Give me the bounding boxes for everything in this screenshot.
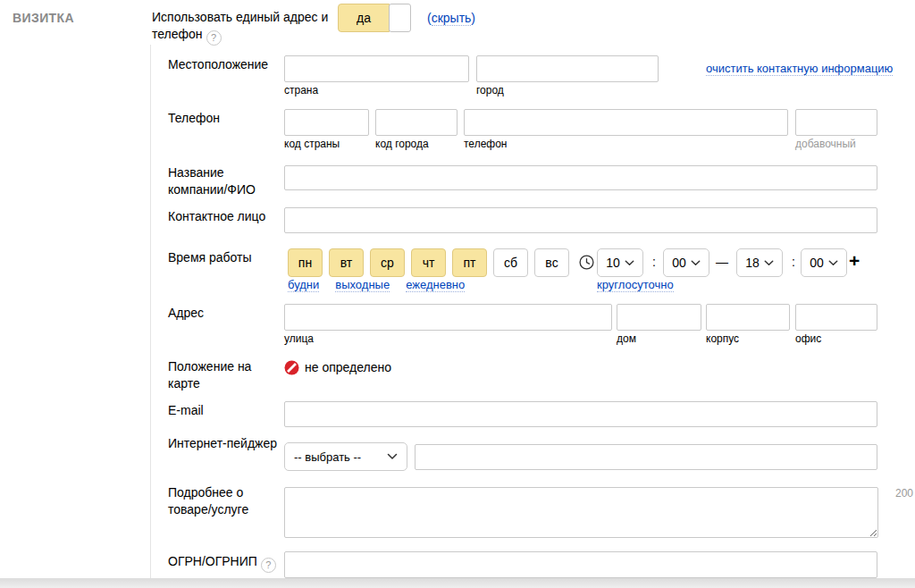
- quick-day-links: будни выходные ежедневно: [288, 278, 465, 292]
- unified-toggle[interactable]: да: [338, 4, 411, 32]
- day-button-sun[interactable]: вс: [534, 248, 569, 277]
- office-input[interactable]: [795, 304, 877, 331]
- section-title: ВИЗИТКА: [13, 11, 74, 25]
- country-code-input[interactable]: [284, 109, 369, 136]
- messenger-select[interactable]: -- выбрать --: [284, 442, 407, 471]
- help-icon[interactable]: ?: [206, 30, 222, 46]
- hide-link[interactable]: скрыть: [432, 11, 472, 26]
- unified-address-label-text: Использовать единый адрес и телефон: [152, 10, 328, 41]
- chevron-down-icon: [828, 260, 838, 266]
- to-minute-select[interactable]: 00: [801, 248, 847, 277]
- building-sublabel: корпус: [706, 332, 739, 345]
- chevron-down-icon: [764, 260, 774, 266]
- house-sublabel: дом: [617, 332, 636, 345]
- country-input[interactable]: [284, 55, 469, 82]
- messenger-select-value: -- выбрать --: [294, 450, 361, 464]
- city-input[interactable]: [476, 55, 659, 82]
- toggle-value: да: [338, 4, 390, 32]
- day-button-sat[interactable]: сб: [493, 248, 528, 277]
- chevron-down-icon: [691, 260, 701, 266]
- building-input[interactable]: [706, 304, 790, 331]
- time-colon: :: [652, 255, 656, 269]
- phone-label: Телефон: [168, 110, 281, 127]
- messenger-label: Интернет-пейджер: [168, 435, 281, 452]
- contact-person-input[interactable]: [284, 207, 877, 233]
- messenger-input[interactable]: [415, 444, 877, 470]
- window-bottom-edge: [0, 578, 915, 588]
- company-name-input[interactable]: [284, 165, 877, 190]
- weekdays-link[interactable]: будни: [288, 278, 319, 292]
- location-label: Местоположение: [168, 56, 281, 73]
- country-code-sublabel: код страны: [284, 138, 340, 150]
- help-icon[interactable]: ?: [261, 558, 276, 573]
- street-sublabel: улица: [284, 332, 314, 345]
- map-position-status: не определено: [305, 360, 391, 374]
- phone-number-input[interactable]: [464, 109, 788, 136]
- street-input[interactable]: [284, 304, 612, 331]
- company-name-label: Название компании/ФИО: [168, 164, 281, 198]
- details-textarea[interactable]: [284, 487, 878, 538]
- map-position-label: Положение на карте: [168, 358, 281, 392]
- day-button-tue[interactable]: вт: [329, 248, 364, 277]
- clear-contact-info-link[interactable]: очистить контактную информацию: [706, 62, 893, 76]
- toggle-knob[interactable]: [389, 4, 411, 32]
- extension-sublabel: добавочный: [795, 138, 856, 150]
- clock-icon: [579, 255, 594, 273]
- details-label: Подробнее о товаре/услуге: [168, 484, 281, 518]
- ogrn-input[interactable]: [284, 551, 877, 578]
- email-label: E-mail: [168, 402, 281, 419]
- char-counter: 200: [895, 487, 913, 500]
- from-minute-value: 00: [672, 256, 686, 270]
- add-worktime-button[interactable]: +: [849, 251, 860, 270]
- time-colon: :: [792, 255, 795, 269]
- phone-number-sublabel: телефон: [464, 138, 508, 150]
- extension-input[interactable]: [795, 109, 877, 136]
- chevron-down-icon: [625, 260, 634, 266]
- vcard-form: ВИЗИТКА Использовать единый адрес и теле…: [0, 0, 915, 588]
- contact-person-label: Контактное лицо: [168, 208, 281, 225]
- day-button-thu[interactable]: чт: [411, 248, 446, 277]
- day-button-mon[interactable]: пн: [288, 248, 323, 277]
- unified-address-label: Использовать единый адрес и телефон?: [152, 9, 329, 46]
- paren-close: ): [471, 11, 475, 25]
- everyday-link[interactable]: ежедневно: [406, 278, 465, 292]
- hide-link-wrap: (скрыть): [427, 11, 475, 25]
- weekday-buttons: пн вт ср чт пт сб вс: [288, 248, 569, 277]
- form-divider: [150, 45, 151, 578]
- ogrn-label: ОГРН/ОГРНИП?: [168, 553, 302, 573]
- to-hour-value: 18: [745, 256, 760, 270]
- day-button-wed[interactable]: ср: [370, 248, 405, 277]
- paren-open: (: [427, 11, 432, 25]
- to-hour-select[interactable]: 18: [736, 248, 783, 277]
- house-input[interactable]: [617, 304, 701, 331]
- city-sublabel: город: [476, 84, 504, 97]
- city-code-sublabel: код города: [375, 138, 429, 150]
- from-hour-value: 10: [606, 256, 620, 270]
- from-minute-select[interactable]: 00: [663, 248, 709, 277]
- from-hour-select[interactable]: 10: [597, 248, 643, 277]
- weekend-link[interactable]: выходные: [335, 278, 390, 292]
- around-the-clock-link[interactable]: круглосуточно: [597, 278, 674, 292]
- day-button-fri[interactable]: пт: [452, 248, 487, 277]
- worktime-label: Время работы: [168, 249, 281, 266]
- ogrn-label-text: ОГРН/ОГРНИП: [168, 554, 257, 568]
- address-label: Адрес: [168, 305, 281, 322]
- to-minute-value: 00: [810, 256, 824, 270]
- chevron-down-icon: [387, 453, 398, 460]
- country-sublabel: страна: [284, 84, 318, 97]
- no-entry-icon: [284, 360, 299, 379]
- time-range-dash: —: [716, 255, 728, 269]
- city-code-input[interactable]: [375, 109, 458, 136]
- email-input[interactable]: [284, 401, 877, 427]
- office-sublabel: офис: [795, 332, 821, 345]
